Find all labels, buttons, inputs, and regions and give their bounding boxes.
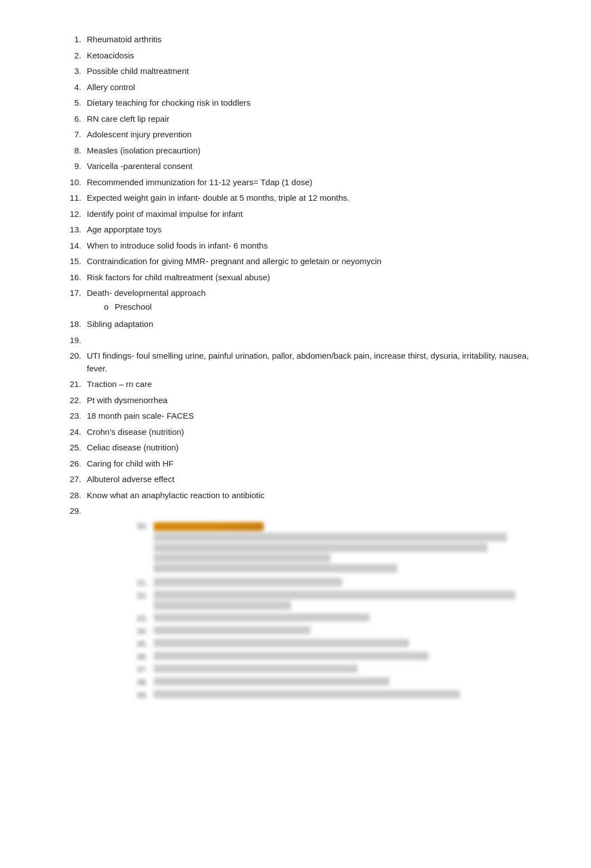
item-text: UTI findings- foul smelling urine, painf…	[87, 350, 546, 375]
list-item: 3. Possible child maltreatment	[67, 65, 546, 78]
item-text: Dietary teaching for chocking risk in to…	[87, 97, 546, 110]
blurred-bar	[154, 554, 331, 563]
item-text: Varicella -parenteral consent	[87, 160, 546, 173]
list-item: 29.	[67, 505, 546, 518]
item-text: Identify point of maximal impulse for in…	[87, 208, 546, 221]
blurred-bar	[154, 601, 291, 610]
blurred-content	[154, 639, 546, 648]
blurred-num: 34.	[134, 626, 154, 636]
item-number: 6.	[67, 113, 87, 126]
blurred-item-34: 34.	[134, 626, 546, 636]
blurred-num: 35.	[134, 639, 154, 648]
item-text: Death- developmental approach o Preschoo…	[87, 287, 546, 315]
item-text: Pt with dysmenorrhea	[87, 394, 546, 407]
item-number: 16.	[67, 271, 87, 284]
list-item: 1. Rheumatoid arthritis	[67, 33, 546, 46]
list-item: 11. Expected weight gain in infant- doub…	[67, 192, 546, 205]
blurred-bar	[154, 543, 487, 552]
item-number: 14.	[67, 240, 87, 252]
item-number: 3.	[67, 65, 87, 78]
item-number: 17.	[67, 287, 87, 315]
blurred-bar	[154, 677, 390, 686]
blurred-item-30: 30.	[134, 521, 546, 575]
blurred-content	[154, 652, 546, 661]
item-text: Age apporptate toys	[87, 224, 546, 236]
blurred-num: 39.	[134, 690, 154, 700]
blurred-bar	[154, 533, 507, 542]
list-item: 7. Adolescent injury prevention	[67, 128, 546, 141]
item-text: Risk factors for child maltreatment (sex…	[87, 271, 546, 284]
list-item: 26. Caring for child with HF	[67, 458, 546, 470]
blurred-bar	[154, 591, 515, 599]
blurred-content	[154, 626, 546, 636]
list-item: 16. Risk factors for child maltreatment …	[67, 271, 546, 284]
blurred-content	[154, 690, 546, 700]
item-text	[87, 505, 546, 518]
item-text: RN care cleft lip repair	[87, 113, 546, 126]
list-item: 21. Traction – rn care	[67, 378, 546, 391]
item-text: Celiac disease (nutrition)	[87, 442, 546, 454]
item-number: 20.	[67, 350, 87, 375]
item-text: Expected weight gain in infant- double a…	[87, 192, 546, 205]
item-text: Possible child maltreatment	[87, 65, 546, 78]
list-item: 13. Age apporptate toys	[67, 224, 546, 236]
sub-bullet: o	[98, 301, 115, 314]
item-number: 5.	[67, 97, 87, 110]
item-text: Ketoacidosis	[87, 49, 546, 62]
item-number: 1.	[67, 33, 87, 46]
item-number: 8.	[67, 145, 87, 157]
item-number: 18.	[67, 318, 87, 331]
item-number: 4.	[67, 81, 87, 94]
item-number: 25.	[67, 442, 87, 454]
list-item: 12. Identify point of maximal impulse fo…	[67, 208, 546, 221]
item-number: 2.	[67, 49, 87, 62]
blurred-num: 33.	[134, 613, 154, 623]
blurred-bar	[154, 652, 429, 661]
blurred-content	[154, 521, 546, 575]
blurred-content	[154, 578, 546, 587]
item-text: Adolescent injury prevention	[87, 128, 546, 141]
sub-list: o Preschool	[98, 301, 546, 314]
item-text: Allery control	[87, 81, 546, 94]
list-item: 4. Allery control	[67, 81, 546, 94]
item-number: 19.	[67, 334, 87, 347]
item-number: 10.	[67, 176, 87, 189]
item-text: Contraindication for giving MMR- pregnan…	[87, 255, 546, 268]
item-number: 13.	[67, 224, 87, 236]
blurred-num: 32.	[134, 591, 154, 610]
main-content-list: 1. Rheumatoid arthritis 2. Ketoacidosis …	[67, 33, 546, 518]
item-number: 15.	[67, 255, 87, 268]
blurred-bar	[154, 626, 311, 635]
item-number: 21.	[67, 378, 87, 391]
blurred-content	[154, 591, 546, 610]
item-text: Rheumatoid arthritis	[87, 33, 546, 46]
item-number: 7.	[67, 128, 87, 141]
item-text: Crohn’s disease (nutrition)	[87, 426, 546, 439]
list-item: 5. Dietary teaching for chocking risk in…	[67, 97, 546, 110]
blurred-item-38: 38.	[134, 677, 546, 687]
blurred-bar	[154, 690, 460, 699]
blurred-item-35: 35.	[134, 639, 546, 648]
blurred-bar	[154, 578, 342, 587]
item-number: 12.	[67, 208, 87, 221]
item-text: Know what an anaphylactic reaction to an…	[87, 489, 546, 502]
list-item: 2. Ketoacidosis	[67, 49, 546, 62]
blurred-content	[154, 677, 546, 687]
item-number: 9.	[67, 160, 87, 173]
blurred-bar	[154, 664, 358, 673]
list-item: 18. Sibling adaptation	[67, 318, 546, 331]
item-text: Sibling adaptation	[87, 318, 546, 331]
item-text: Recommended immunization for 11-12 years…	[87, 176, 546, 189]
blurred-num: 30.	[134, 521, 154, 575]
list-item: 24. Crohn’s disease (nutrition)	[67, 426, 546, 439]
blurred-content	[154, 664, 546, 674]
blurred-item-37: 37.	[134, 664, 546, 674]
item-number: 26.	[67, 458, 87, 470]
blurred-content-section: 30. 31. 32. 33. 34.	[134, 521, 546, 700]
item-number: 23.	[67, 410, 87, 423]
item-text: Measles (isolation precaurtion)	[87, 145, 546, 157]
blurred-num: 31.	[134, 578, 154, 587]
item-text: Traction – rn care	[87, 378, 546, 391]
list-item: 17. Death- developmental approach o Pres…	[67, 287, 546, 315]
list-item: 14. When to introduce solid foods in inf…	[67, 240, 546, 252]
